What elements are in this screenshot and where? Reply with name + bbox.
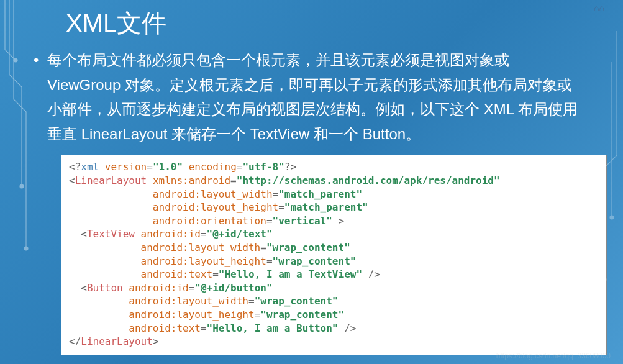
bullet-paragraph: 每个布局文件都必须只包含一个根元素，并且该元素必须是视图对象或 ViewGrou… <box>0 48 623 146</box>
svg-point-4 <box>610 216 614 219</box>
code-block: <?xml version="1.0" encoding="utf-8"?> <… <box>61 155 607 355</box>
watermark-logo: ⌂⌂ <box>594 3 604 13</box>
slide-title: XML文件 <box>0 0 623 48</box>
svg-point-2 <box>24 247 28 250</box>
svg-point-3 <box>603 278 606 281</box>
watermark-url: https://blog.csdn.net/qq_33608000 <box>496 352 611 360</box>
svg-point-1 <box>20 184 24 188</box>
